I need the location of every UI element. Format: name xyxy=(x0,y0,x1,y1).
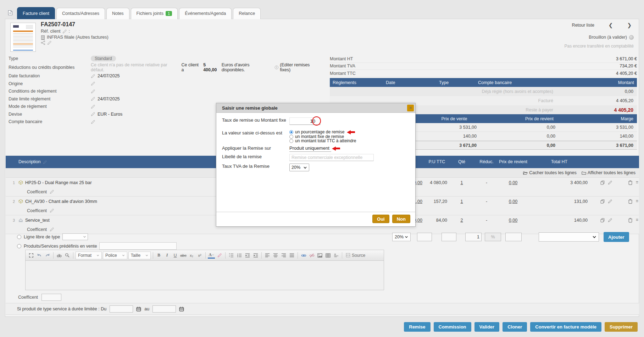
date-end-input[interactable] xyxy=(152,305,176,313)
show-all-lines-link[interactable]: Afficher toutes les lignes xyxy=(582,170,635,175)
free-line-radio[interactable] xyxy=(17,235,21,239)
new-line-pu-ht-input[interactable] xyxy=(417,233,432,241)
align-left-icon[interactable] xyxy=(264,252,271,259)
edit-icon[interactable] xyxy=(91,112,95,116)
edit-icon[interactable] xyxy=(91,89,95,94)
coefficient-input[interactable] xyxy=(41,294,61,301)
strikethrough-button[interactable]: abc xyxy=(180,252,187,259)
edit-project-icon[interactable] xyxy=(47,40,52,45)
yes-button[interactable]: Oui xyxy=(372,215,389,223)
valider-button[interactable]: Valider xyxy=(474,322,500,332)
edit-icon[interactable] xyxy=(91,120,95,124)
link-icon[interactable] xyxy=(300,252,307,259)
qty-link[interactable]: 2 xyxy=(449,218,474,223)
outdent-icon[interactable] xyxy=(244,252,251,259)
invoice-preview-thumbnail[interactable] xyxy=(10,23,36,52)
copy-icon[interactable] xyxy=(600,180,605,185)
radio[interactable] xyxy=(289,139,293,143)
calendar-icon[interactable] xyxy=(136,306,141,311)
radio-selected[interactable] xyxy=(289,130,293,134)
chevron-left-icon[interactable]: ❮ xyxy=(606,22,615,28)
numbered-list-icon[interactable] xyxy=(228,252,235,259)
tab-fichiers-joints[interactable]: Fichiers joints1 xyxy=(131,8,178,19)
new-line-cost-input[interactable] xyxy=(505,233,522,241)
trash-icon[interactable] xyxy=(628,180,633,185)
vat-rate-select[interactable]: 20% xyxy=(392,233,411,241)
table-icon[interactable] xyxy=(324,252,332,259)
edit-icon[interactable] xyxy=(91,104,95,109)
tab-relance[interactable]: Relance xyxy=(233,8,261,19)
superscript-button[interactable]: x² xyxy=(196,252,203,259)
cost-link[interactable]: 0,00 xyxy=(499,199,527,204)
edit-line-icon[interactable] xyxy=(608,180,612,185)
remise-button[interactable]: Remise xyxy=(404,322,430,332)
trash-icon[interactable] xyxy=(628,199,633,204)
thirdparty-link[interactable]: INFRAS filiale (Autres factures) xyxy=(47,34,109,40)
rate-input[interactable] xyxy=(289,117,321,125)
bold-button[interactable]: B xyxy=(155,252,162,259)
cost-link[interactable]: 0,00 xyxy=(499,180,527,185)
edit-icon[interactable] xyxy=(91,74,95,78)
discount-label-input[interactable] xyxy=(289,154,374,161)
service-link[interactable]: Service_test xyxy=(25,218,50,223)
size-dropdown[interactable]: Taille xyxy=(128,252,151,259)
copy-icon[interactable] xyxy=(600,218,605,223)
cost-link[interactable]: 0,00 xyxy=(499,218,527,223)
tab-evenements-agenda[interactable]: Événements/Agenda xyxy=(179,8,232,19)
new-line-extra-select[interactable] xyxy=(539,232,599,242)
italic-button[interactable]: I xyxy=(163,252,171,259)
format-dropdown[interactable]: Format xyxy=(76,252,102,259)
commission-button[interactable]: Commission xyxy=(434,322,471,332)
subscript-button[interactable]: x₂ xyxy=(188,252,195,259)
convert-template-button[interactable]: Convertir en facture modèle xyxy=(530,322,601,332)
hide-all-lines-link[interactable]: Cacher toutes les lignes xyxy=(523,170,576,175)
free-line-type-select[interactable] xyxy=(62,233,88,240)
new-line-pu-ttc-input[interactable] xyxy=(442,233,456,241)
product-link[interactable]: HP25-D - Dual Range max 25 bar xyxy=(25,180,92,185)
chevron-right-icon[interactable]: ❯ xyxy=(625,22,634,28)
copy-icon[interactable] xyxy=(600,199,605,204)
product-link[interactable]: CH_AV30 - Chant aile d'avion 30mm xyxy=(25,199,97,204)
back-to-list-link[interactable]: Retour liste xyxy=(572,23,594,28)
edit-icon[interactable] xyxy=(91,96,95,101)
edit-fixed-discounts-link[interactable]: (Editer remises fixes) xyxy=(280,62,321,72)
edit-coefficient-icon[interactable] xyxy=(50,208,54,213)
tab-facture-client[interactable]: Facture client xyxy=(17,7,55,19)
tab-contacts-adresses[interactable]: Contacts/Adresses xyxy=(56,8,105,19)
font-dropdown[interactable]: Police xyxy=(103,252,127,259)
modal-vat-select[interactable]: 20% xyxy=(289,164,309,171)
add-line-button[interactable]: Ajouter xyxy=(604,232,629,242)
apply-on-select[interactable]: Produit uniquement xyxy=(289,145,331,152)
trash-icon[interactable] xyxy=(628,217,633,223)
new-line-reduc-input[interactable] xyxy=(485,233,501,241)
align-center-icon[interactable] xyxy=(272,252,279,259)
maximize-icon[interactable] xyxy=(28,252,35,259)
editor-content-area[interactable] xyxy=(25,261,384,290)
qty-link[interactable]: 1 xyxy=(449,199,474,204)
drag-handle[interactable]: = xyxy=(636,181,638,184)
bullet-list-icon[interactable] xyxy=(236,252,243,259)
replace-icon[interactable] xyxy=(64,252,71,259)
cloner-button[interactable]: Cloner xyxy=(503,322,527,332)
align-justify-icon[interactable] xyxy=(288,252,295,259)
project-share-icon[interactable] xyxy=(41,40,45,45)
edit-coefficient-icon[interactable] xyxy=(50,189,54,194)
new-line-qty-input[interactable] xyxy=(465,233,482,241)
close-icon[interactable]: ✕ xyxy=(407,105,414,111)
find-icon[interactable] xyxy=(56,252,63,259)
supprimer-button[interactable]: Supprimer xyxy=(605,322,638,332)
edit-icon[interactable] xyxy=(91,81,95,86)
unlink-icon[interactable] xyxy=(308,252,315,259)
text-color-button[interactable]: A xyxy=(208,252,215,259)
undo-icon[interactable] xyxy=(36,252,43,259)
edit-ref-client-icon[interactable] xyxy=(62,29,67,34)
edit-line-icon[interactable] xyxy=(608,218,612,222)
tab-notes[interactable]: Notes xyxy=(106,8,129,19)
calendar-icon[interactable] xyxy=(179,306,184,311)
redo-icon[interactable] xyxy=(44,252,51,259)
underline-button[interactable]: U xyxy=(172,252,179,259)
radio[interactable] xyxy=(289,135,293,139)
horizontal-rule-icon[interactable] xyxy=(333,252,340,259)
page-list-icon[interactable] xyxy=(8,10,13,16)
image-icon[interactable] xyxy=(316,252,323,259)
